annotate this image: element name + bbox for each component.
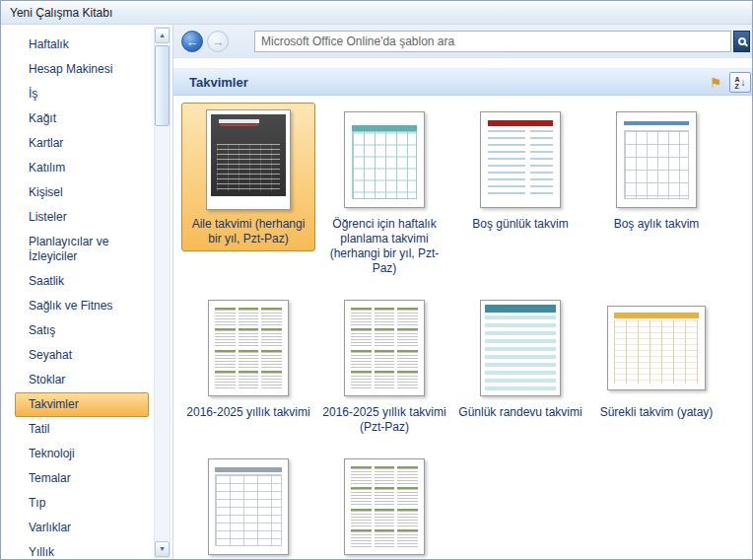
sidebar-item-11[interactable]: Satış xyxy=(15,318,149,343)
template-item-4[interactable]: 2016-2025 yıllık takvimi xyxy=(181,291,315,425)
sidebar-item-5[interactable]: Katılım xyxy=(15,156,149,180)
template-caption: Aile takvimi (herhangi bir yıl, Pzt-Paz) xyxy=(184,217,312,246)
template-thumbnail xyxy=(344,107,425,212)
sidebar-item-16[interactable]: Teknoloji xyxy=(15,442,149,466)
sidebar-item-7[interactable]: Listeler xyxy=(15,205,149,230)
sidebar-item-15[interactable]: Tatil xyxy=(15,417,149,442)
template-thumbnail xyxy=(208,455,289,559)
template-item-8[interactable] xyxy=(181,450,315,560)
template-thumbnail xyxy=(344,296,425,400)
scroll-up-icon: ▲ xyxy=(159,32,166,38)
sidebar-item-18[interactable]: Tıp xyxy=(15,491,149,516)
template-caption: Öğrenci için haftalık planlama takvimi (… xyxy=(320,217,448,276)
sidebar-item-4[interactable]: Kartlar xyxy=(15,131,149,156)
sidebar-item-10[interactable]: Sağlık ve Fitnes xyxy=(15,294,149,318)
sidebar-item-13[interactable]: Stoklar xyxy=(15,368,149,392)
scroll-down-button[interactable]: ▼ xyxy=(155,541,170,557)
scrollbar-thumb[interactable] xyxy=(155,45,170,126)
back-arrow-icon: ← xyxy=(186,35,199,49)
sidebar-list: HaftalıkHesap MakinesiİşKağıtKartlarKatı… xyxy=(15,33,149,560)
sort-az-button[interactable]: AZ ↓ xyxy=(729,72,751,93)
sidebar-item-0[interactable]: Haftalık xyxy=(15,33,149,57)
title-bar: Yeni Çalışma Kitabı xyxy=(1,1,752,25)
sidebar-item-1[interactable]: Hesap Makinesi xyxy=(15,57,149,82)
scroll-down-icon: ▼ xyxy=(159,545,166,552)
template-thumbnail xyxy=(208,296,289,400)
sidebar-item-19[interactable]: Varlıklar xyxy=(15,516,149,540)
sort-az-icon: AZ xyxy=(734,76,739,90)
new-workbook-dialog: Yeni Çalışma Kitabı HaftalıkHesap Makine… xyxy=(0,0,753,560)
sidebar-item-20[interactable]: Yıllık xyxy=(15,540,149,560)
search-go-button[interactable] xyxy=(733,31,750,52)
flag-icon: ⚑ xyxy=(710,75,722,91)
template-thumbnail xyxy=(344,455,425,559)
template-grid: Aile takvimi (herhangi bir yıl, Pzt-Paz)… xyxy=(173,96,752,560)
search-icon xyxy=(738,37,746,45)
sidebar-item-2[interactable]: İş xyxy=(15,82,149,106)
template-item-1[interactable]: Öğrenci için haftalık planlama takvimi (… xyxy=(317,103,451,281)
template-thumbnail xyxy=(206,107,291,212)
template-item-7[interactable]: Sürekli takvim (yatay) xyxy=(589,291,723,425)
section-title: Takvimler xyxy=(189,75,248,90)
template-item-5[interactable]: 2016-2025 yıllık takvimi (Pzt-Paz) xyxy=(317,291,451,440)
sidebar-item-6[interactable]: Kişisel xyxy=(15,180,149,205)
flag-button[interactable]: ⚑ xyxy=(706,72,725,93)
template-item-9[interactable] xyxy=(317,450,451,560)
sidebar-item-12[interactable]: Seyahat xyxy=(15,343,149,368)
template-thumbnail xyxy=(480,107,561,212)
template-search-input[interactable] xyxy=(254,31,731,52)
template-caption: Boş aylık takvim xyxy=(614,217,700,232)
sidebar-item-3[interactable]: Kağıt xyxy=(15,106,149,131)
template-item-3[interactable]: Boş aylık takvim xyxy=(589,103,723,237)
template-caption: Günlük randevu takvimi xyxy=(458,405,582,420)
template-thumbnail xyxy=(480,296,561,400)
template-caption: Boş günlük takvim xyxy=(472,217,568,232)
template-item-0[interactable]: Aile takvimi (herhangi bir yıl, Pzt-Paz) xyxy=(181,103,315,251)
template-thumbnail xyxy=(616,107,697,212)
sidebar-item-8[interactable]: Planlayıcılar ve İzleyiciler xyxy=(15,230,149,269)
template-caption: Sürekli takvim (yatay) xyxy=(600,405,714,420)
section-header: Takvimler ⚑ AZ ↓ xyxy=(173,68,752,96)
template-pane: ← → Takvimler ⚑ AZ xyxy=(173,25,752,560)
sidebar-scrollbar[interactable]: ▲ ▼ xyxy=(154,27,171,558)
window-title: Yeni Çalışma Kitabı xyxy=(10,6,112,20)
template-thumbnail xyxy=(607,296,706,400)
template-item-6[interactable]: Günlük randevu takvimi xyxy=(453,291,587,425)
forward-arrow-icon: → xyxy=(212,35,225,49)
sidebar-item-17[interactable]: Temalar xyxy=(15,466,149,491)
category-sidebar: HaftalıkHesap MakinesiİşKağıtKartlarKatı… xyxy=(1,25,173,560)
search-bar: ← → xyxy=(173,25,752,58)
header-toolbar: ⚑ AZ ↓ xyxy=(706,72,752,93)
scroll-up-button[interactable]: ▲ xyxy=(155,28,170,43)
sort-arrow-icon: ↓ xyxy=(741,78,746,88)
sidebar-item-14[interactable]: Takvimler xyxy=(15,392,149,417)
back-button[interactable]: ← xyxy=(181,31,203,52)
template-caption: 2016-2025 yıllık takvimi xyxy=(186,405,309,420)
sidebar-item-9[interactable]: Saatlik xyxy=(15,269,149,294)
template-caption: 2016-2025 yıllık takvimi (Pzt-Paz) xyxy=(320,405,448,435)
template-item-2[interactable]: Boş günlük takvim xyxy=(453,103,587,237)
forward-button[interactable]: → xyxy=(207,31,229,52)
